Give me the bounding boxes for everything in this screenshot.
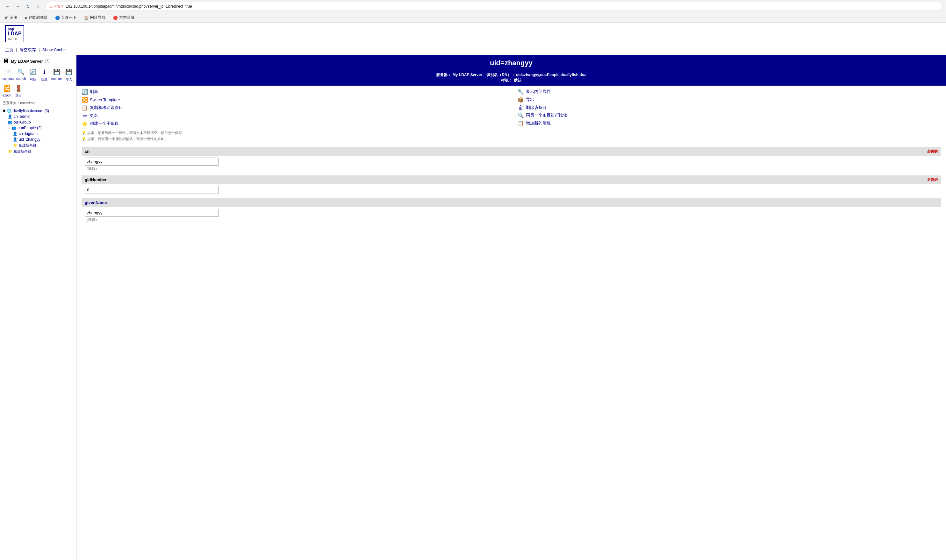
field-header-cn: cn 必需的 xyxy=(82,147,941,156)
toolbar-search[interactable]: 🔍 search xyxy=(16,68,26,82)
tree-cn-admin[interactable]: 👤 cn=admin xyxy=(8,114,74,119)
logged-in-label: 已登录为： xyxy=(3,101,20,105)
action-add-attr[interactable]: 📋 增加新的属性 xyxy=(518,120,941,126)
server-icon: 🖥 xyxy=(3,58,9,65)
globe-icon: 🌐 xyxy=(7,109,11,113)
tree-ou-group-icon: 👥 xyxy=(8,120,12,125)
toolbar-schema[interactable]: 📄 schema xyxy=(3,68,14,82)
action-export-icon: 📦 xyxy=(518,97,524,103)
monitor-icon: 💾 xyxy=(52,68,61,76)
import-icon: 💾 xyxy=(64,68,73,76)
tree-create-new[interactable]: ⭐ 创建新条目 xyxy=(8,148,74,154)
tree-uid-link[interactable]: uid=zhangyy xyxy=(19,137,40,142)
bookmark-chrome[interactable]: ● 谷歌浏览器 xyxy=(23,14,49,21)
action-copy-icon: 📋 xyxy=(82,105,88,111)
toolbar-refresh[interactable]: 🔄 刷新 xyxy=(28,68,37,82)
actions-right: 🔧 显示内部属性 📦 导出 🗑 删除该条目 🔍 同另一个条目进行比较 xyxy=(518,89,941,127)
browser-chrome: ← → ↻ ⌂ ⚠ 不安全 192.168.100.14/phpldapadmi… xyxy=(0,0,946,13)
field-section-cn: cn 必需的 （赋值） xyxy=(82,147,941,173)
address-bar[interactable]: ⚠ 不安全 192.168.100.14/phpldapadmin/htdocs… xyxy=(45,2,943,11)
template-value: 默认 xyxy=(514,78,521,83)
nav-show-cache[interactable]: Show Cache xyxy=(42,48,66,52)
hint-bulb-1: 💡 xyxy=(82,131,86,135)
logo-ldap: LDAP xyxy=(8,31,22,37)
tree-root-link[interactable]: dc=flyfish,dc=com (3) xyxy=(13,109,49,113)
toolbar-export[interactable]: 🔀 export xyxy=(3,84,11,98)
tree-root-toggle: ▣ xyxy=(3,109,5,112)
browser-nav: ← → ↻ ⌂ xyxy=(3,2,43,11)
toolbar-import[interactable]: 💾 导入 xyxy=(64,68,73,82)
dn-label: 识别名（DN）： xyxy=(486,72,515,77)
tree-ou-people-link[interactable]: ou=People (2) xyxy=(17,126,42,130)
home-button[interactable]: ⌂ xyxy=(34,2,43,11)
toolbar-info[interactable]: ℹ 信息 xyxy=(40,68,49,82)
server-label: 服务器： xyxy=(436,72,451,77)
tree-ou-group-link[interactable]: ou=Group xyxy=(14,120,31,125)
logged-in: 已登录为：cn=admin xyxy=(3,101,74,105)
action-copy-move[interactable]: 📋 复制和移动该条目 xyxy=(82,105,505,111)
action-compare-icon: 🔍 xyxy=(518,112,524,118)
action-export-entry[interactable]: 📦 导出 xyxy=(518,97,941,103)
bookmark-baidu-label: 百度一下 xyxy=(61,15,77,20)
nav-icon: 🏠 xyxy=(84,15,89,20)
info-icon: ℹ xyxy=(40,68,49,76)
field-name-cn: cn xyxy=(85,149,89,154)
action-delete[interactable]: 🗑 删除该条目 xyxy=(518,105,941,111)
field-name-givenname-link[interactable]: givenName xyxy=(85,200,107,205)
back-button[interactable]: ← xyxy=(3,2,12,11)
toolbar-icons: 📄 schema 🔍 search 🔄 刷新 ℹ 信息 💾 moni xyxy=(3,68,74,98)
create-new-link[interactable]: 创建新条目 xyxy=(14,149,31,154)
field-section-gidnumber: gidNumber 必需的 xyxy=(82,175,941,196)
tree-uid-zhangyy[interactable]: 👤 uid=zhangyy xyxy=(13,137,74,142)
tree-root[interactable]: ▣ 🌐 dc=flyfish,dc=com (3) xyxy=(3,108,74,114)
tree-create-entry[interactable]: ⭐ 创建新条目 xyxy=(13,142,74,148)
reload-button[interactable]: ↻ xyxy=(23,2,32,11)
action-compare[interactable]: 🔍 同另一个条目进行比较 xyxy=(518,112,941,118)
bookmark-jd[interactable]: 🔴 京东商城 xyxy=(111,14,136,21)
nav-sep2: | xyxy=(39,48,40,52)
action-switch-label: Switch Template xyxy=(90,97,120,102)
nav-clear-cache[interactable]: 清空缓存 xyxy=(19,47,36,53)
field-required-cn: 必需的 xyxy=(927,149,938,154)
url-text: 192.168.100.14/phpldapadmin/htdocs/cmd.p… xyxy=(66,4,192,9)
bookmark-nav[interactable]: 🏠 网址导航 xyxy=(82,14,107,21)
action-rename-label: 更名 xyxy=(90,113,98,118)
field-input-cn[interactable] xyxy=(85,158,219,166)
action-add-label: 增加新的属性 xyxy=(526,120,551,126)
content-area: uid=zhangyy 服务器： My LDAP Server 识别名（DN）：… xyxy=(77,55,946,560)
action-compare-label: 同另一个条目进行比较 xyxy=(526,112,567,118)
field-input-gidnumber[interactable] xyxy=(85,186,219,194)
refresh-label: 刷新 xyxy=(29,77,36,82)
action-show-internal[interactable]: 🔧 显示内部属性 xyxy=(518,89,941,95)
field-input-givenname[interactable] xyxy=(85,209,219,217)
tree-ou-people[interactable]: ⊟ 👥 ou=People (2) xyxy=(8,125,74,131)
bookmark-apps[interactable]: ⊞ 应用 xyxy=(3,14,19,21)
forward-button[interactable]: → xyxy=(13,2,22,11)
nav-bar: 主页 | 清空缓存 | Show Cache xyxy=(0,45,946,55)
action-create-child[interactable]: ⭐ 创建一个子条目 xyxy=(82,121,505,127)
tree-cn-admin-link[interactable]: cn=admin xyxy=(14,114,30,119)
tree-ou-group[interactable]: 👥 ou=Group xyxy=(8,119,74,125)
action-internal-icon: 🔧 xyxy=(518,89,524,95)
bookmark-baidu[interactable]: 🔵 百度一下 xyxy=(53,14,79,21)
tree-cn-bigdata[interactable]: 👤 cn=bigdata xyxy=(13,131,74,137)
content-server-name: My LDAP Server xyxy=(453,72,482,77)
hint-bulb-2: 💡 xyxy=(82,137,86,141)
toolbar-logout[interactable]: 🚪 退出 xyxy=(14,84,23,98)
create-entry-link[interactable]: 创建新条目 xyxy=(19,143,36,148)
logged-in-user: cn=admin xyxy=(20,101,35,105)
template-label: 样板： xyxy=(501,78,513,83)
content-subheader: 服务器： My LDAP Server 识别名（DN）： uid=zhangyy… xyxy=(77,71,946,86)
field-required-gidnumber: 必需的 xyxy=(927,177,938,182)
jd-icon: 🔴 xyxy=(113,15,118,20)
action-refresh-icon: 🔄 xyxy=(82,89,88,95)
tree-cn-bigdata-link[interactable]: cn=bigdata xyxy=(19,131,38,136)
action-create-star: ⭐ xyxy=(82,121,88,127)
action-refresh[interactable]: 🔄 刷新 xyxy=(82,89,505,95)
toolbar-monitor[interactable]: 💾 monitor xyxy=(51,68,62,82)
app-container: php LDAP admin 主页 | 清空缓存 | Show Cache 🖥 … xyxy=(0,23,946,560)
nav-home[interactable]: 主页 xyxy=(5,47,13,53)
bookmark-nav-label: 网址导航 xyxy=(90,15,105,20)
action-switch-template[interactable]: 🔀 Switch Template xyxy=(82,97,505,103)
action-rename[interactable]: ✏ 更名 xyxy=(82,113,505,119)
